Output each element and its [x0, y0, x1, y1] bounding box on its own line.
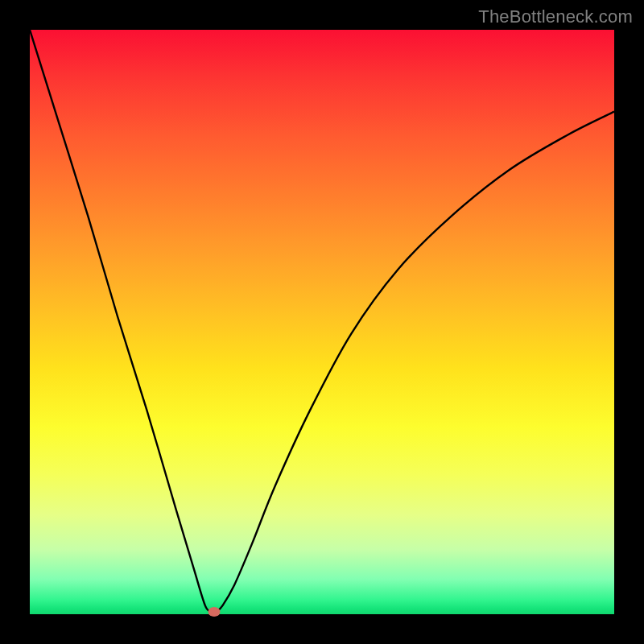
curve-svg — [30, 30, 614, 614]
watermark-text: TheBottleneck.com — [478, 6, 633, 27]
plot-area — [30, 30, 614, 614]
chart-frame: TheBottleneck.com — [0, 0, 644, 644]
bottleneck-curve — [30, 30, 614, 612]
minimum-marker — [208, 607, 220, 617]
